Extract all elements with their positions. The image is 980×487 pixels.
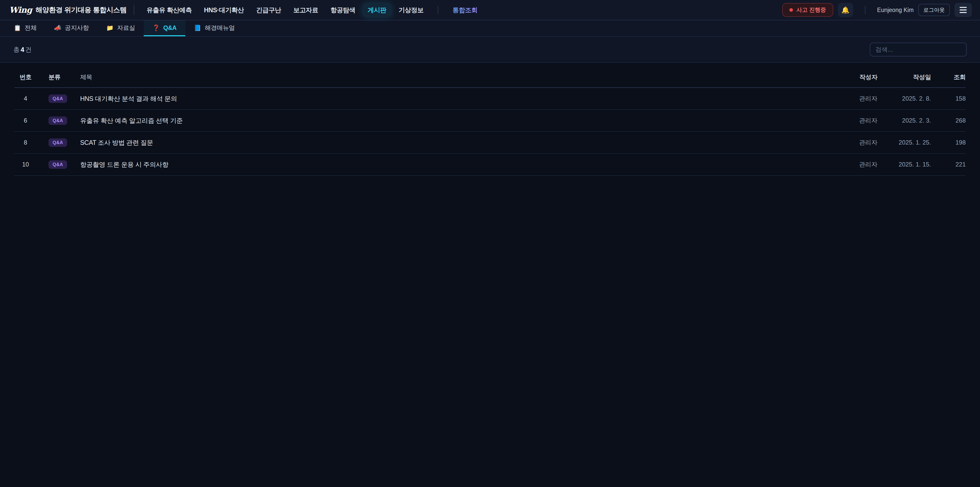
tab-label: 해경매뉴얼 <box>205 24 235 32</box>
tab-qna[interactable]: ❓Q&A <box>144 21 185 36</box>
row-author: 관리자 <box>816 94 877 103</box>
col-header-title: 제목 <box>80 73 816 81</box>
row-title[interactable]: SCAT 조사 방법 관련 질문 <box>80 139 816 147</box>
table-header-row: 번호 분류 제목 작성자 작성일 조회 <box>14 63 966 88</box>
notice-tab-icon: 📣 <box>54 24 61 31</box>
tab-notice[interactable]: 📣공지사항 <box>45 21 98 36</box>
row-number: 8 <box>14 139 37 146</box>
table-row[interactable]: 10Q&A항공촬영 드론 운용 시 주의사항관리자2025. 1. 15.221 <box>14 154 966 176</box>
col-header-author: 작성자 <box>816 73 877 81</box>
notification-bell-button[interactable]: 🔔 <box>838 3 853 17</box>
table-row[interactable]: 6Q&A유출유 확산 예측 알고리즘 선택 기준관리자2025. 2. 3.26… <box>14 110 966 132</box>
incident-status-badge[interactable]: 사고 진행중 <box>782 3 833 17</box>
row-views: 198 <box>931 139 966 146</box>
col-header-date: 작성일 <box>877 73 931 81</box>
row-date: 2025. 1. 15. <box>877 161 931 168</box>
total-count: 총4건 <box>13 45 32 54</box>
divider <box>865 6 865 14</box>
category-badge: Q&A <box>48 117 67 125</box>
nav-item-5[interactable]: 게시판 <box>363 3 391 18</box>
nav-item-7[interactable]: 통합조회 <box>447 3 483 18</box>
row-category-cell: Q&A <box>37 160 80 169</box>
row-title[interactable]: 항공촬영 드론 운용 시 주의사항 <box>80 160 816 169</box>
app-logo[interactable]: Wing 해양환경 위기대응 통합시스템 <box>9 5 127 15</box>
nav-item-3[interactable]: 보고자료 <box>288 3 323 18</box>
category-badge: Q&A <box>48 139 67 147</box>
divider <box>134 5 134 15</box>
col-header-no: 번호 <box>14 73 37 81</box>
row-category-cell: Q&A <box>37 117 80 125</box>
row-category-cell: Q&A <box>37 94 80 103</box>
table-row[interactable]: 4Q&AHNS 대기확산 분석 결과 해석 문의관리자2025. 2. 8.15… <box>14 88 966 110</box>
logout-button[interactable]: 로그아웃 <box>918 4 950 16</box>
row-date: 2025. 2. 3. <box>877 117 931 124</box>
board-content: 번호 분류 제목 작성자 작성일 조회 4Q&AHNS 대기확산 분석 결과 해… <box>0 63 980 176</box>
nav-item-1[interactable]: HNS·대기확산 <box>199 3 249 18</box>
col-header-category: 분류 <box>37 73 80 81</box>
row-author: 관리자 <box>816 117 877 125</box>
manual-tab-icon: 📘 <box>194 24 201 31</box>
row-category-cell: Q&A <box>37 139 80 147</box>
nav-item-6[interactable]: 기상정보 <box>393 3 429 18</box>
search-input[interactable] <box>870 43 967 56</box>
tab-manual[interactable]: 📘해경매뉴얼 <box>185 21 243 36</box>
top-bar: Wing 해양환경 위기대응 통합시스템 유출유 확산예측HNS·대기확산긴급구… <box>0 0 980 21</box>
col-header-views: 조회 <box>931 73 966 81</box>
row-number: 6 <box>14 117 37 124</box>
row-number: 10 <box>14 161 37 168</box>
bell-icon: 🔔 <box>842 6 850 14</box>
row-views: 268 <box>931 117 966 124</box>
row-views: 221 <box>931 161 966 168</box>
archive-tab-icon: 📁 <box>106 24 113 31</box>
nav-item-2[interactable]: 긴급구난 <box>251 3 286 18</box>
hamburger-menu-button[interactable] <box>955 3 972 17</box>
logo-wing-mark: Wing <box>9 5 32 15</box>
row-title[interactable]: HNS 대기확산 분석 결과 해석 문의 <box>80 94 816 103</box>
all-tab-icon: 📋 <box>14 24 21 31</box>
nav-item-4[interactable]: 항공탐색 <box>325 3 361 18</box>
row-views: 158 <box>931 95 966 102</box>
row-date: 2025. 2. 8. <box>877 95 931 102</box>
divider <box>438 6 438 14</box>
category-badge: Q&A <box>48 94 67 103</box>
tab-label: 공지사항 <box>65 24 89 32</box>
app-title: 해양환경 위기대응 통합시스템 <box>35 5 127 14</box>
topbar-right: 사고 진행중 🔔 Eunjeong Kim 로그아웃 <box>782 3 972 17</box>
nav-item-0[interactable]: 유출유 확산예측 <box>142 3 197 18</box>
row-date: 2025. 1. 25. <box>877 139 931 146</box>
category-badge: Q&A <box>48 160 67 169</box>
table-row[interactable]: 8Q&ASCAT 조사 방법 관련 질문관리자2025. 1. 25.198 <box>14 132 966 154</box>
tab-all[interactable]: 📋전체 <box>5 21 45 36</box>
total-count-number: 4 <box>20 46 25 53</box>
tab-archive[interactable]: 📁자료실 <box>97 21 144 36</box>
incident-badge-label: 사고 진행중 <box>797 6 826 14</box>
main-nav: 유출유 확산예측HNS·대기확산긴급구난보고자료항공탐색게시판기상정보통합조회 <box>142 3 483 18</box>
qna-tab-icon: ❓ <box>152 24 159 31</box>
tab-label: 자료실 <box>117 24 135 32</box>
row-number: 4 <box>14 95 37 102</box>
incident-dot-icon <box>789 8 793 12</box>
table-body: 4Q&AHNS 대기확산 분석 결과 해석 문의관리자2025. 2. 8.15… <box>14 88 966 176</box>
row-author: 관리자 <box>816 139 877 147</box>
row-title[interactable]: 유출유 확산 예측 알고리즘 선택 기준 <box>80 117 816 125</box>
row-author: 관리자 <box>816 160 877 169</box>
tab-label: 전체 <box>24 24 37 32</box>
hamburger-icon <box>959 7 967 13</box>
list-toolbar: 총4건 <box>0 37 980 63</box>
tab-label: Q&A <box>163 24 177 31</box>
board-tabs-bar: 📋전체📣공지사항📁자료실❓Q&A📘해경매뉴얼 <box>0 21 980 37</box>
user-name: Eunjeong Kim <box>877 6 914 14</box>
